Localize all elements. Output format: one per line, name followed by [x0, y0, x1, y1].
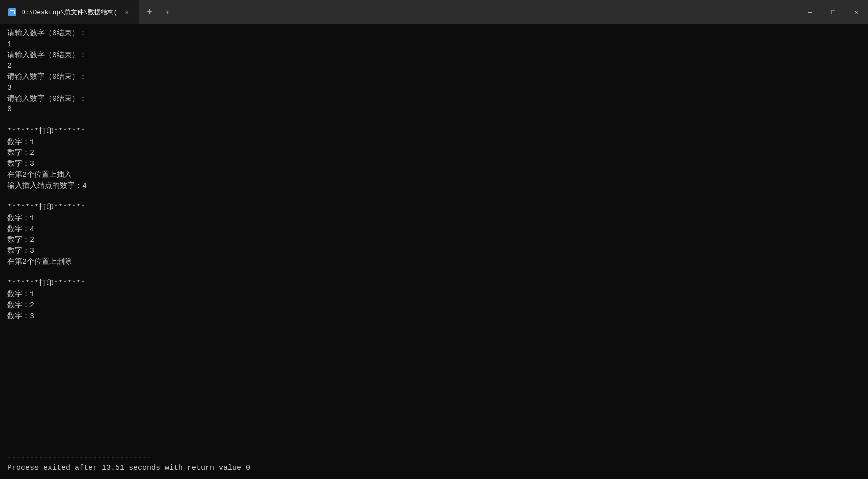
terminal-line: 数字：4: [7, 224, 861, 235]
maximize-button[interactable]: □: [822, 0, 845, 24]
window-controls: — □ ✕: [799, 0, 868, 24]
titlebar: D:\Desktop\总文件\数据结构( ✕ + ▾ — □ ✕: [0, 0, 868, 24]
terminal-line: [7, 115, 861, 126]
terminal-line: 请输入数字（0结束）：: [7, 50, 861, 61]
tab-dropdown-button[interactable]: ▾: [159, 0, 175, 24]
terminal-line: 输入插入结点的数字：4: [7, 181, 861, 192]
terminal-line: *******打印*******: [7, 126, 861, 137]
terminal-line: *******打印*******: [7, 278, 861, 289]
process-exit-line: Process exited after 13.51 seconds with …: [7, 463, 861, 474]
new-tab-button[interactable]: +: [139, 0, 159, 24]
terminal-line: [7, 191, 861, 202]
active-tab[interactable]: D:\Desktop\总文件\数据结构( ✕: [0, 0, 139, 24]
separator-line: --------------------------------: [7, 452, 861, 463]
titlebar-tabs: D:\Desktop\总文件\数据结构( ✕ + ▾: [0, 0, 799, 24]
terminal-line: 1: [7, 39, 861, 50]
terminal-line: 数字：1: [7, 289, 861, 300]
terminal-line: *******打印*******: [7, 202, 861, 213]
tab-close-button[interactable]: ✕: [122, 8, 131, 17]
terminal-line: 数字：3: [7, 311, 861, 322]
terminal-line: 请输入数字（0结束）：: [7, 28, 861, 39]
terminal-line: 请输入数字（0结束）：: [7, 94, 861, 105]
terminal-line: 数字：2: [7, 148, 861, 159]
terminal-line: 数字：2: [7, 300, 861, 311]
terminal-footer: -------------------------------- Process…: [0, 450, 868, 480]
window: D:\Desktop\总文件\数据结构( ✕ + ▾ — □ ✕ 请输入数字（0…: [0, 0, 868, 479]
terminal-line: 2: [7, 61, 861, 72]
terminal-line: [7, 268, 861, 279]
terminal-line: 数字：2: [7, 235, 861, 246]
tab-icon: [8, 8, 16, 16]
terminal-line: 数字：3: [7, 246, 861, 257]
terminal-line: 数字：1: [7, 213, 861, 224]
tab-icon-inner: [10, 10, 15, 14]
terminal-line: 0: [7, 104, 861, 115]
minimize-button[interactable]: —: [799, 0, 822, 24]
terminal-line: 在第2个位置上删除: [7, 257, 861, 268]
tab-title: D:\Desktop\总文件\数据结构(: [21, 8, 117, 17]
terminal-line: 请输入数字（0结束）：: [7, 72, 861, 83]
terminal-output[interactable]: 请输入数字（0结束）：1请输入数字（0结束）：2请输入数字（0结束）：3请输入数…: [0, 24, 868, 450]
terminal-line: 在第2个位置上插入: [7, 170, 861, 181]
terminal-line: 3: [7, 83, 861, 94]
close-button[interactable]: ✕: [845, 0, 868, 24]
terminal-line: 数字：3: [7, 159, 861, 170]
terminal-line: 数字：1: [7, 137, 861, 148]
